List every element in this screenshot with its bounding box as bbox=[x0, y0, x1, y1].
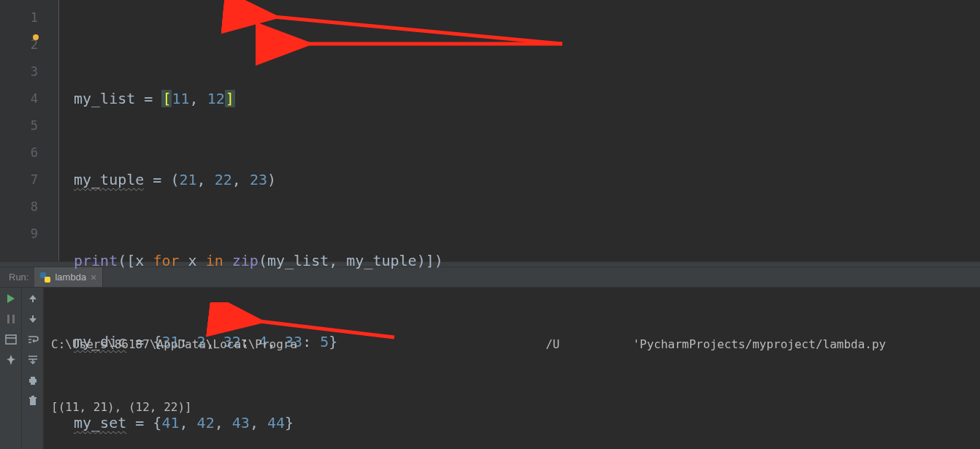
svg-rect-11 bbox=[30, 399, 36, 405]
pause-icon[interactable] bbox=[4, 312, 18, 326]
trash-icon[interactable] bbox=[26, 394, 39, 407]
layout-icon[interactable] bbox=[4, 333, 18, 346]
run-toolbar-left bbox=[0, 288, 22, 449]
pin-icon[interactable] bbox=[4, 353, 18, 367]
line-number: 6 bbox=[0, 139, 38, 166]
svg-rect-10 bbox=[31, 383, 35, 385]
print-icon[interactable] bbox=[26, 374, 39, 387]
python-file-icon bbox=[40, 272, 50, 283]
console-line: [(11, 21), (12, 22)] bbox=[51, 397, 980, 418]
code-line: my_tuple = (21, 22, 23) bbox=[74, 166, 478, 193]
line-number: 5 bbox=[0, 112, 38, 139]
code-editor[interactable]: 1 2 3 4 5 6 7 8 9 my_list = [11, 12] my_… bbox=[0, 0, 980, 261]
svg-rect-13 bbox=[31, 396, 34, 397]
code-line: print([x for x in zip(my_list, my_tuple)… bbox=[74, 247, 478, 275]
run-toolbar-secondary bbox=[22, 288, 44, 449]
scroll-to-end-icon[interactable] bbox=[26, 353, 39, 367]
line-number: 4 bbox=[0, 85, 38, 112]
run-label: Run: bbox=[3, 272, 34, 283]
code-area[interactable]: my_list = [11, 12] my_tuple = (21, 22, 2… bbox=[58, 0, 478, 261]
console-output[interactable]: C:\Users\86187\AppData\Local\Progra/U'Py… bbox=[44, 288, 980, 449]
svg-rect-8 bbox=[29, 379, 37, 383]
line-number: 7 bbox=[0, 166, 38, 193]
console-path: C:\Users\86187\AppData\Local\Progra/U'Py… bbox=[51, 334, 980, 355]
warning-dot-icon bbox=[33, 34, 39, 40]
svg-rect-2 bbox=[7, 315, 9, 323]
line-number: 9 bbox=[0, 220, 38, 247]
svg-rect-6 bbox=[32, 299, 34, 302]
line-number: 3 bbox=[0, 58, 38, 85]
line-number: 1 bbox=[0, 4, 38, 31]
code-line: my_list = [11, 12] bbox=[74, 85, 478, 112]
line-number: 8 bbox=[0, 193, 38, 220]
svg-rect-9 bbox=[31, 377, 35, 379]
wrap-icon[interactable] bbox=[26, 333, 39, 346]
line-gutter: 1 2 3 4 5 6 7 8 9 bbox=[0, 0, 58, 261]
svg-rect-7 bbox=[32, 315, 34, 319]
svg-rect-4 bbox=[6, 335, 16, 344]
svg-rect-12 bbox=[29, 397, 37, 399]
arrow-up-icon[interactable] bbox=[26, 292, 39, 305]
run-icon[interactable] bbox=[4, 292, 18, 305]
arrow-down-icon[interactable] bbox=[26, 312, 39, 326]
line-number: 2 bbox=[0, 31, 38, 58]
svg-rect-3 bbox=[12, 315, 15, 323]
run-console: C:\Users\86187\AppData\Local\Progra/U'Py… bbox=[0, 288, 980, 449]
